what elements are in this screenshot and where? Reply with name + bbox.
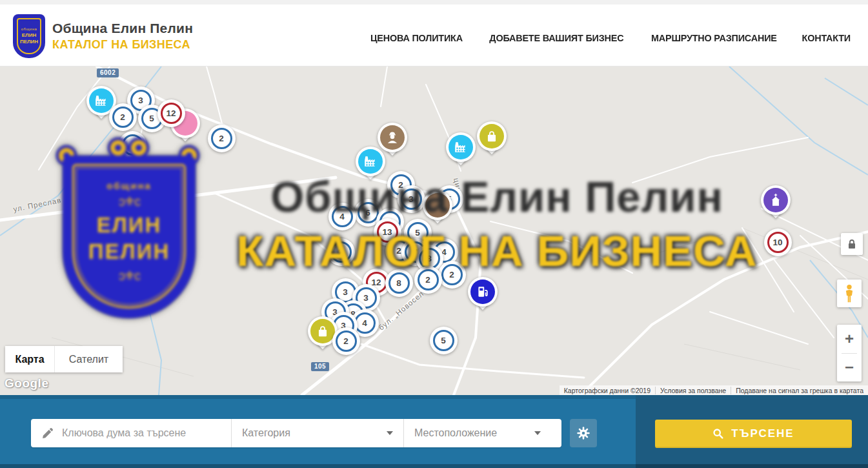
nav-add-business[interactable]: ДОБАВЕТЕ ВАШИЯТ БИЗНЕС: [489, 32, 623, 43]
poi-marker-fuel[interactable]: [467, 277, 498, 316]
cluster-count: 2: [330, 241, 352, 263]
advanced-search-button[interactable]: [570, 419, 597, 447]
category-select[interactable]: Категория: [231, 419, 403, 447]
map-attribution: Картографски данни ©2019 Условия за полз…: [560, 385, 868, 395]
search-button-label: ТЪРСЕНЕ: [731, 427, 794, 440]
markers-layer: 32512223564713522748212823338432510: [0, 66, 868, 395]
lock-button[interactable]: [841, 233, 863, 255]
cluster-marker[interactable]: 2: [208, 125, 236, 152]
cluster-count: 5: [433, 330, 454, 351]
category-select-label: Категория: [242, 427, 387, 439]
zoom-out-button[interactable]: −: [837, 354, 862, 382]
brand-logo[interactable]: община ЕЛИНПЕЛИН Община Елин Пелин КАТАЛ…: [14, 15, 193, 57]
keyword-section: [31, 419, 231, 447]
cluster-marker[interactable]: [119, 131, 146, 159]
poi-marker-church[interactable]: [760, 185, 791, 224]
terms-link[interactable]: Условия за ползване: [655, 387, 731, 394]
report-error-link[interactable]: Подаване на сигнал за грешка в картата: [731, 387, 868, 394]
cluster-marker[interactable]: 8: [385, 269, 413, 297]
cluster-count: 8: [389, 272, 410, 294]
cluster-marker[interactable]: 10: [764, 229, 792, 256]
municipality-crest-icon: община ЕЛИНПЕЛИН: [14, 15, 44, 57]
cluster-marker[interactable]: 3: [398, 185, 425, 213]
google-logo[interactable]: Google: [5, 376, 48, 391]
road-shield: 6002: [97, 68, 119, 77]
nav-bus-schedule[interactable]: МАРШРУТНО РАЗПИСАНИЕ: [651, 32, 777, 43]
cluster-marker[interactable]: 2: [438, 261, 466, 289]
cluster-marker[interactable]: 2: [109, 103, 137, 131]
gear-icon: [576, 426, 590, 440]
bag-icon: [479, 124, 504, 148]
pencil-icon: [41, 427, 54, 440]
site-title: Община Елин Пелин: [52, 21, 193, 36]
poi-marker-factory[interactable]: [355, 147, 386, 185]
attribution-copyright: Картографски данни ©2019: [560, 387, 655, 394]
street-view-pegman[interactable]: [837, 280, 862, 307]
brand-text: Община Елин Пелин КАТАЛОГ НА БИЗНЕСА: [52, 21, 193, 52]
header: община ЕЛИНПЕЛИН Община Елин Пелин КАТАЛ…: [0, 0, 868, 66]
location-select[interactable]: Местоположение: [403, 419, 551, 447]
location-select-label: Местоположение: [414, 427, 534, 439]
factory-icon: [89, 88, 114, 113]
cluster-count: 10: [767, 232, 789, 253]
cluster-marker[interactable]: 5: [430, 327, 458, 354]
cluster-count: [122, 134, 143, 156]
crest-name-text: ЕЛИНПЕЛИН: [20, 32, 38, 45]
search-icon: [712, 428, 724, 440]
zoom-control: + −: [837, 325, 862, 382]
search-bar: Категория Местоположение: [0, 395, 868, 468]
pegman-icon: [842, 284, 857, 303]
cluster-count: 2: [441, 264, 463, 285]
dot-icon: [425, 193, 450, 218]
cluster-count: 4: [332, 206, 353, 227]
cluster-count: 6: [358, 202, 379, 223]
cluster-marker[interactable]: 2: [414, 266, 442, 294]
search-input-group: Категория Местоположение: [31, 419, 561, 447]
cluster-marker[interactable]: 2: [327, 238, 355, 266]
zoom-in-button[interactable]: +: [837, 325, 862, 353]
nav-contacts[interactable]: КОНТАКТИ: [802, 32, 851, 43]
map-type-control: Карта Сателит: [5, 346, 123, 372]
main-nav: ЦЕНОВА ПОЛИТИКА ДОБАВЕТЕ ВАШИЯТ БИЗНЕС М…: [368, 5, 852, 71]
fuel-icon: [470, 280, 495, 304]
chevron-down-icon: [387, 431, 393, 435]
map-type-map-button[interactable]: Карта: [5, 346, 55, 372]
church-icon: [763, 188, 788, 212]
cluster-marker[interactable]: 12: [157, 99, 185, 127]
cluster-marker[interactable]: 4: [328, 203, 356, 230]
bag-icon: [310, 319, 335, 343]
road-shield: 105: [311, 362, 329, 371]
cluster-count: 2: [112, 107, 134, 128]
cluster-count: 2: [336, 331, 357, 352]
poi-marker-factory[interactable]: [445, 132, 476, 171]
cluster-count: 2: [418, 269, 439, 290]
cluster-count: 2: [211, 128, 232, 149]
map-canvas[interactable]: 6002 105 ул. Преслав бул. „Новосел ции 3…: [0, 66, 868, 395]
cluster-count: 3: [401, 188, 422, 210]
map-type-satellite-button[interactable]: Сателит: [55, 346, 123, 372]
factory-icon: [358, 149, 383, 174]
search-button[interactable]: ТЪРСЕНЕ: [655, 420, 852, 448]
crest-top-text: община: [21, 27, 37, 31]
keyword-search-input[interactable]: [54, 427, 231, 439]
chevron-down-icon: [534, 431, 541, 435]
cluster-count: 12: [161, 103, 182, 124]
lock-icon: [845, 238, 858, 250]
cluster-marker[interactable]: 2: [332, 327, 360, 355]
site-subtitle: КАТАЛОГ НА БИЗНЕСА: [52, 38, 193, 52]
factory-icon: [449, 135, 473, 159]
nav-pricing[interactable]: ЦЕНОВА ПОЛИТИКА: [370, 32, 463, 43]
poi-marker-bag[interactable]: [476, 121, 507, 160]
